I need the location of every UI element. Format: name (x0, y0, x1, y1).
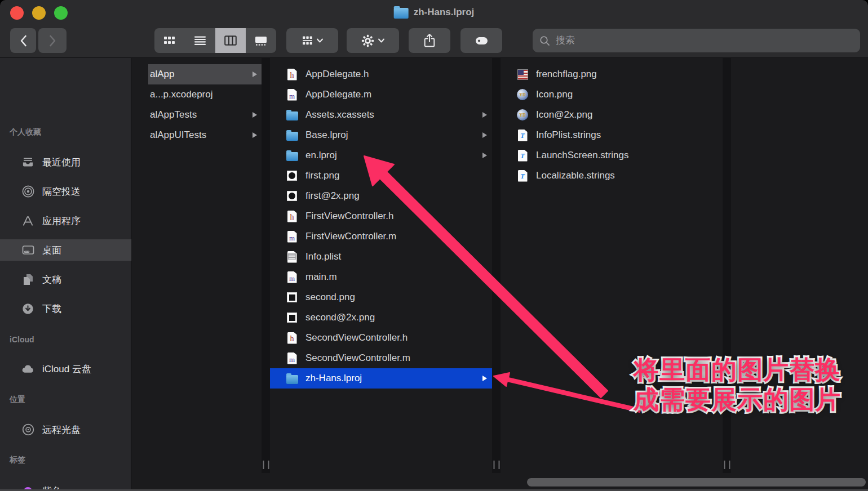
folder-row-selected[interactable]: zh-Hans.lproj (270, 368, 492, 389)
file-name: Icon@2x.png (536, 109, 718, 120)
column-divider[interactable] (262, 58, 270, 473)
folder-icon (286, 128, 298, 142)
folder-row[interactable]: Base.lproj (270, 125, 492, 145)
image-file-icon (286, 189, 298, 203)
file-name: AppDelegate.m (305, 89, 487, 100)
view-mode-segmented-control (154, 28, 276, 53)
strings-file-icon (516, 128, 529, 142)
file-row[interactable]: Icon@2x.png (501, 105, 723, 125)
file-row[interactable]: second.png (270, 287, 492, 307)
header-file-icon (286, 68, 298, 81)
file-row[interactable]: InfoPlist.strings (501, 125, 723, 145)
forward-button[interactable] (38, 28, 67, 53)
cloud-icon (21, 362, 35, 376)
file-row[interactable]: Icon.png (501, 84, 723, 105)
sidebar-section-locations: 位置 (10, 395, 25, 405)
column-divider[interactable] (492, 58, 501, 473)
group-by-icon (302, 36, 313, 46)
icon-view-button[interactable] (154, 28, 185, 53)
action-menu-button[interactable] (347, 28, 399, 53)
objc-file-icon (286, 230, 298, 243)
close-window-button[interactable] (10, 6, 24, 20)
folder-row[interactable]: en.lproj (270, 145, 492, 166)
sidebar-item-label: iCloud 云盘 (42, 363, 91, 376)
file-row[interactable]: second@2x.png (270, 307, 492, 328)
strings-file-icon (516, 149, 529, 162)
file-row[interactable]: main.m (270, 267, 492, 287)
file-row[interactable]: SecondViewController.h (270, 328, 492, 348)
column-resize-handle[interactable] (493, 461, 499, 469)
folder-row[interactable]: alApp (148, 64, 262, 84)
applications-icon (21, 214, 35, 228)
sidebar-item-desktop[interactable]: 桌面 (0, 239, 131, 261)
file-row[interactable]: LaunchScreen.strings (501, 145, 723, 166)
folder-row[interactable]: Assets.xcassets (270, 105, 492, 125)
sidebar-item-recents[interactable]: 最近使用 (0, 151, 131, 173)
sidebar-item-downloads[interactable]: 下载 (0, 298, 131, 319)
file-name: frenchflag.png (536, 69, 718, 80)
search-input[interactable] (555, 34, 853, 47)
folder-row[interactable]: alAppUITests (148, 125, 262, 145)
back-chevron-icon (20, 35, 27, 47)
chevron-right-icon (253, 132, 257, 138)
column-3: frenchflag.png Icon.png Icon@2x.png Info… (501, 58, 723, 473)
column-resize-handle[interactable] (724, 461, 730, 469)
tag-button[interactable] (460, 28, 502, 53)
zoom-window-button[interactable] (54, 6, 68, 20)
file-row[interactable]: first@2x.png (270, 186, 492, 206)
gear-icon (361, 34, 374, 47)
file-row[interactable]: AppDelegate.h (270, 64, 492, 84)
back-button[interactable] (10, 28, 36, 53)
window-title-text: zh-Hans.lproj (414, 7, 475, 18)
folder-icon (286, 149, 298, 162)
minimize-window-button[interactable] (32, 6, 46, 20)
file-row[interactable]: Info.plist (270, 247, 492, 267)
file-name: Localizable.strings (536, 170, 718, 181)
file-name: Info.plist (305, 251, 487, 262)
list-view-icon (194, 36, 206, 45)
sidebar-item-label: 最近使用 (42, 156, 81, 169)
sidebar-item-applications[interactable]: 应用程序 (0, 210, 131, 231)
sidebar-item-remote-disc[interactable]: 远程光盘 (0, 419, 131, 440)
globe-image-icon (516, 108, 529, 122)
file-row[interactable]: FirstViewController.h (270, 206, 492, 226)
sidebar-item-label: 下载 (42, 302, 61, 315)
folder-row[interactable]: alAppTests (148, 105, 262, 125)
file-row[interactable]: a...p.xcodeproj (148, 84, 262, 105)
column-2: AppDelegate.h AppDelegate.m Assets.xcass… (270, 58, 492, 473)
file-row[interactable]: Localizable.strings (501, 166, 723, 186)
folder-name: alAppUITests (150, 130, 245, 141)
file-row[interactable]: FirstViewController.m (270, 226, 492, 247)
file-row[interactable]: AppDelegate.m (270, 84, 492, 105)
horizontal-scrollbar[interactable] (527, 478, 866, 486)
file-name: second.png (305, 292, 487, 303)
chevron-down-icon (317, 38, 323, 43)
strings-file-icon (516, 169, 529, 182)
file-row[interactable]: first.png (270, 166, 492, 186)
column-divider[interactable] (723, 58, 731, 473)
column-resize-handle[interactable] (263, 461, 269, 469)
sidebar-item-documents[interactable]: 文稿 (0, 269, 131, 290)
sidebar-item-airdrop[interactable]: 隔空投送 (0, 181, 131, 202)
file-name: first.png (305, 170, 487, 181)
folder-name: alApp (150, 69, 245, 80)
list-view-button[interactable] (185, 28, 215, 53)
file-name: AppDelegate.h (305, 69, 487, 80)
column-view-button[interactable] (215, 28, 246, 53)
file-row[interactable]: frenchflag.png (501, 64, 723, 84)
sidebar-item-label: 远程光盘 (42, 423, 81, 436)
share-button[interactable] (409, 28, 450, 53)
sidebar-item-icloud-drive[interactable]: iCloud 云盘 (0, 358, 131, 380)
folder-icon (394, 8, 409, 19)
icon-view-icon (164, 36, 175, 45)
sidebar-section-favorites: 个人收藏 (10, 127, 41, 137)
chevron-right-icon (482, 153, 487, 158)
disc-icon (21, 423, 35, 437)
column-4-empty (731, 58, 868, 473)
file-name: FirstViewController.m (305, 231, 487, 242)
folder-name: zh-Hans.lproj (305, 373, 475, 384)
file-row[interactable]: SecondViewController.m (270, 348, 492, 368)
group-by-button[interactable] (286, 28, 338, 53)
file-name: a...p.xcodeproj (150, 89, 257, 100)
gallery-view-button[interactable] (246, 28, 276, 53)
